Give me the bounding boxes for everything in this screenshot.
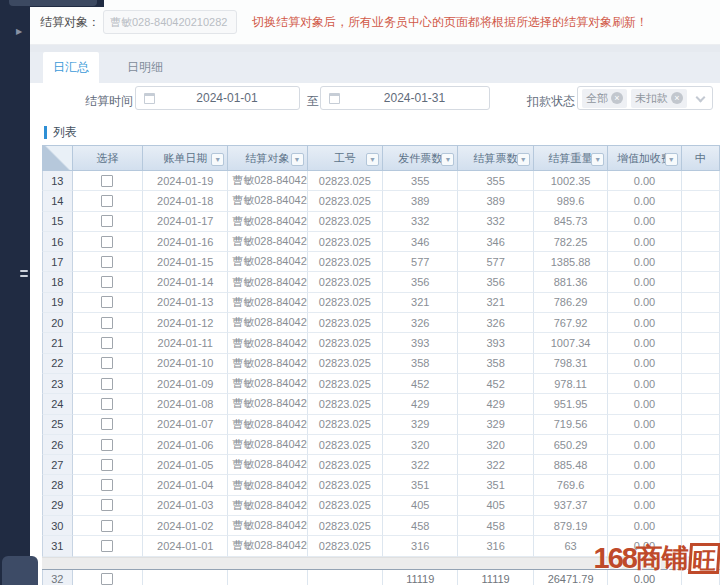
row-number: 23 (42, 374, 73, 394)
surcharge-cell: 0.00 (608, 435, 682, 455)
row-checkbox-cell (73, 475, 144, 495)
settlement-target-cell: 曹敏028-84042021 (228, 394, 307, 414)
data-table: 选择账单日期▼结算对象▼工号▼发件票数▼结算票数▼结算重量▼增值加收费▼中 13… (42, 145, 720, 585)
row-checkbox[interactable] (101, 317, 113, 329)
column-header-label: 发件票数 (398, 151, 442, 166)
sent-count-cell: 322 (383, 455, 458, 475)
column-filter-icon[interactable]: ▼ (665, 153, 678, 166)
settled-weight-cell: 978.11 (534, 374, 608, 394)
sidebar-bottom-item[interactable] (2, 556, 38, 585)
sidebar-top-item[interactable] (9, 0, 97, 6)
surcharge-cell: 0.00 (608, 475, 682, 495)
settled-weight-cell: 989.6 (534, 191, 608, 211)
column-filter-icon[interactable]: ▼ (291, 153, 304, 166)
settled-weight-cell: 881.36 (534, 272, 608, 292)
tab-daily-summary[interactable]: 日汇总 (43, 52, 99, 83)
drag-handle-icon[interactable] (20, 270, 28, 280)
row-checkbox-cell (73, 171, 144, 191)
sent-count-cell: 316 (383, 536, 458, 556)
column-header-label: 选择 (96, 151, 118, 166)
status-tag-undeducted-label: 未扣款 (635, 91, 668, 106)
surcharge-cell: 0.00 (608, 272, 682, 292)
row-checkbox[interactable] (101, 175, 113, 187)
row-checkbox[interactable] (101, 215, 113, 227)
column-filter-icon[interactable]: ▼ (517, 153, 530, 166)
row-checkbox[interactable] (101, 296, 113, 308)
sent-count-cell: 452 (383, 374, 458, 394)
row-checkbox[interactable] (101, 378, 113, 390)
deduction-status-select[interactable]: 全部 × 未扣款 × (577, 86, 713, 110)
row-checkbox[interactable] (101, 337, 113, 349)
settlement-target-cell: 曹敏028-84042021 (228, 516, 307, 536)
column-header-label: 结算重量 (549, 151, 593, 166)
table-row: 252024-01-07曹敏028-8404202102823.02532932… (42, 415, 720, 435)
worker-id-cell: 02823.025 (308, 415, 383, 435)
column-header: 中 (682, 145, 720, 171)
surcharge-cell: 0.00 (608, 516, 682, 536)
column-filter-icon[interactable]: ▼ (441, 153, 454, 166)
surcharge-cell: 0.00 (608, 171, 682, 191)
bill-date-cell: 2024-01-13 (143, 293, 228, 313)
row-checkbox[interactable] (101, 520, 113, 532)
clipped-cell (682, 415, 720, 435)
list-section-header: 列表 (30, 123, 77, 141)
date-to-input[interactable]: 2024-01-31 (320, 86, 490, 110)
worker-id-cell: 02823.025 (308, 191, 383, 211)
bill-date-cell: 2024-01-03 (143, 496, 228, 516)
row-checkbox[interactable] (101, 540, 113, 552)
sent-count-cell: 332 (383, 212, 458, 232)
remove-tag-icon[interactable]: × (671, 92, 683, 104)
bill-date-cell: 2024-01-05 (143, 455, 228, 475)
settlement-target-input[interactable] (103, 10, 237, 34)
settled-weight-cell: 798.31 (534, 354, 608, 374)
settlement-target-label: 结算对象： (40, 14, 100, 31)
row-checkbox[interactable] (101, 357, 113, 369)
worker-id-cell: 02823.025 (308, 394, 383, 414)
row-checkbox-cell (73, 333, 144, 353)
date-from-input[interactable]: 2024-01-01 (135, 86, 300, 110)
settled-count-cell: 316 (458, 536, 533, 556)
remove-tag-icon[interactable]: × (611, 92, 623, 104)
row-checkbox[interactable] (101, 256, 113, 268)
bill-date-cell: 2024-01-14 (143, 272, 228, 292)
chevron-down-icon (696, 93, 706, 103)
column-header: 选择 (73, 145, 144, 171)
row-checkbox[interactable] (101, 573, 113, 585)
clipped-cell (682, 212, 720, 232)
row-checkbox[interactable] (101, 398, 113, 410)
settled-count-cell: 577 (458, 252, 533, 272)
row-checkbox[interactable] (101, 418, 113, 430)
row-checkbox[interactable] (101, 439, 113, 451)
row-checkbox[interactable] (101, 479, 113, 491)
row-checkbox[interactable] (101, 499, 113, 511)
row-checkbox[interactable] (101, 236, 113, 248)
bill-date-cell: 2024-01-12 (143, 313, 228, 333)
column-filter-icon[interactable]: ▼ (591, 153, 604, 166)
column-filter-icon[interactable]: ▼ (211, 153, 224, 166)
bill-date-cell (143, 570, 228, 585)
column-header-label: 账单日期 (163, 151, 207, 166)
row-checkbox-cell (73, 374, 144, 394)
bill-date-cell: 2024-01-02 (143, 516, 228, 536)
row-checkbox[interactable] (101, 195, 113, 207)
settlement-target-cell: 曹敏028-84042021 (228, 374, 307, 394)
row-checkbox[interactable] (101, 459, 113, 471)
row-checkbox[interactable] (101, 276, 113, 288)
surcharge-cell: 0.00 (608, 333, 682, 353)
expand-arrow-icon[interactable]: ▶ (16, 27, 22, 36)
settled-count-cell: 322 (458, 455, 533, 475)
table-row: 132024-01-19曹敏028-8404202102823.02535535… (42, 171, 720, 191)
column-filter-icon[interactable]: ▼ (366, 153, 379, 166)
sent-count-cell: 356 (383, 272, 458, 292)
table-row: 152024-01-17曹敏028-8404202102823.02533233… (42, 212, 720, 232)
settled-weight-cell: 1002.35 (534, 171, 608, 191)
row-checkbox-cell (73, 293, 144, 313)
surcharge-cell: 0.00 (608, 232, 682, 252)
worker-id-cell: 02823.025 (308, 475, 383, 495)
table-corner-cell (42, 145, 73, 171)
settled-count-cell: 356 (458, 272, 533, 292)
tab-daily-detail[interactable]: 日明细 (112, 52, 178, 83)
table-row: 212024-01-11曹敏028-8404202102823.02539339… (42, 333, 720, 353)
sent-count-cell: 321 (383, 293, 458, 313)
clipped-cell (682, 333, 720, 353)
